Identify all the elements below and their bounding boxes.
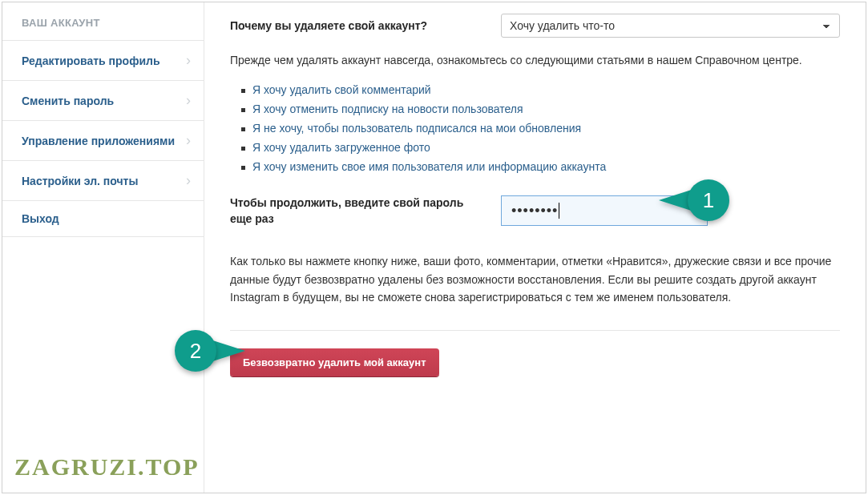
chevron-right-icon: › [186, 92, 191, 109]
sidebar-item-change-password[interactable]: Сменить пароль › [2, 81, 204, 121]
deletion-warning-text: Как только вы нажмете кнопку ниже, ваши … [230, 252, 840, 306]
text-caret [559, 203, 559, 219]
help-link-delete-comment[interactable]: Я хочу удалить свой комментарий [252, 83, 431, 96]
chevron-right-icon: › [186, 172, 191, 189]
watermark-text: ZAGRUZI.TOP [14, 453, 200, 481]
help-link-unfollow-news[interactable]: Я хочу отменить подписку на новости поль… [252, 103, 523, 115]
sidebar-item-manage-apps[interactable]: Управление приложениями › [2, 121, 204, 161]
delete-reason-select[interactable]: Хочу удалить что-то [501, 14, 840, 38]
chevron-right-icon: › [186, 52, 191, 69]
list-item: Я хочу отменить подписку на новости поль… [241, 103, 840, 115]
list-item: Я не хочу, чтобы пользователь подписался… [241, 122, 840, 135]
delete-account-panel: Почему вы удаляете свой аккаунт? Хочу уд… [204, 2, 866, 493]
delete-reason-label: Почему вы удаляете свой аккаунт? [230, 19, 486, 32]
permanently-delete-button[interactable]: Безвозвратно удалить мой аккаунт [230, 348, 439, 376]
password-confirm-input[interactable] [501, 195, 708, 226]
list-item: Я хочу удалить свой комментарий [241, 83, 840, 96]
divider [230, 330, 840, 331]
sidebar-item-label: Управление приложениями [22, 135, 175, 147]
list-item: Я хочу изменить свое имя пользователя ил… [241, 160, 840, 173]
sidebar-header: ВАШ АККАУНТ [2, 2, 204, 41]
password-confirm-label: Чтобы продолжить, введите свой пароль ещ… [230, 195, 486, 227]
sidebar-item-label: Настройки эл. почты [22, 175, 138, 187]
sidebar-item-edit-profile[interactable]: Редактировать профиль › [2, 41, 204, 81]
list-item: Я хочу удалить загруженное фото [241, 141, 840, 154]
sidebar-item-label: Сменить пароль [22, 95, 114, 107]
sidebar-item-email-settings[interactable]: Настройки эл. почты › [2, 161, 204, 201]
help-link-block-follower[interactable]: Я не хочу, чтобы пользователь подписался… [252, 122, 581, 135]
help-center-intro: Прежде чем удалять аккаунт навсегда, озн… [230, 52, 840, 69]
help-links-list: Я хочу удалить свой комментарий Я хочу о… [230, 83, 840, 173]
sidebar-item-label: Выход [22, 212, 59, 225]
help-link-change-username[interactable]: Я хочу изменить свое имя пользователя ил… [252, 160, 606, 173]
sidebar-item-label: Редактировать профиль [22, 54, 160, 67]
sidebar-item-logout[interactable]: Выход [2, 201, 204, 237]
account-sidebar: ВАШ АККАУНТ Редактировать профиль › Смен… [2, 2, 204, 493]
chevron-right-icon: › [186, 132, 191, 149]
help-link-delete-photo[interactable]: Я хочу удалить загруженное фото [252, 141, 430, 154]
